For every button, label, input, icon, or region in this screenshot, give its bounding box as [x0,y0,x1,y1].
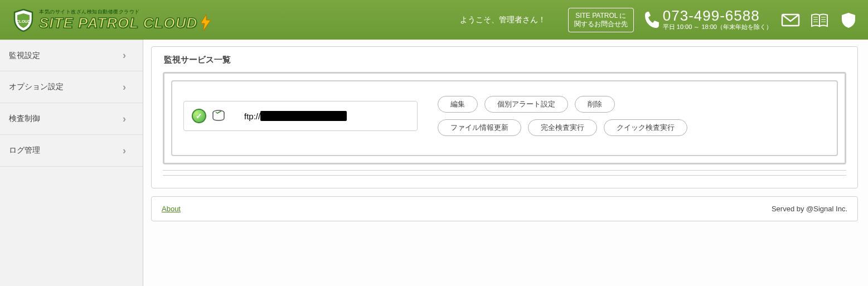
mail-icon[interactable] [781,12,800,28]
delete-button[interactable]: 削除 [575,96,615,113]
shield-icon: CLOUD [11,8,36,32]
bolt-icon [200,14,212,31]
chevron-right-icon: › [123,50,126,61]
phone-icon [643,10,660,30]
service-group: ✓ ftp:// 編集 個別アラート設定 [163,72,846,164]
service-address: ftp:// [244,111,347,121]
chevron-right-icon: › [123,113,126,125]
services-panel: 監視サービス一覧 ✓ ftp:// [151,46,858,188]
served-by: Served by @Signal Inc. [772,205,847,213]
header: CLOUD 本気のサイト改ざん検知自動修復クラウド SITE PATROL CL… [0,0,868,40]
quick-scan-button[interactable]: クイック検査実行 [604,119,687,136]
sidebar-item-label: 検査制御 [9,114,40,124]
alert-settings-button[interactable]: 個別アラート設定 [484,96,568,113]
phone-number: 073-499-6588 [663,8,760,23]
welcome-text: ようこそ、管理者さん！ [460,15,546,25]
database-icon [212,110,225,122]
book-icon[interactable] [810,12,829,28]
footer-panel: About Served by @Signal Inc. [151,196,858,221]
full-scan-button[interactable]: 完全検査実行 [528,119,597,136]
sidebar-item-label: オプション設定 [9,82,64,92]
sidebar-item-inspection[interactable]: 検査制御 › [0,103,143,135]
sidebar-item-label: ログ管理 [9,146,40,156]
sidebar-item-monitoring[interactable]: 監視設定 › [0,40,143,71]
edit-button[interactable]: 編集 [438,96,478,113]
panel-title: 監視サービス一覧 [164,55,850,65]
divider [163,170,846,171]
sidebar-item-options[interactable]: オプション設定 › [0,71,143,103]
logo: CLOUD 本気のサイト改ざん検知自動修復クラウド SITE PATROL CL… [11,8,212,32]
contact-box: SITE PATROL に 関するお問合せ先 [568,8,634,32]
action-buttons: 編集 個別アラート設定 削除 ファイル情報更新 完全検査実行 クイック検査実行 [438,96,687,136]
update-file-info-button[interactable]: ファイル情報更新 [438,119,521,136]
sidebar-item-label: 監視設定 [9,51,40,61]
main: 監視サービス一覧 ✓ ftp:// [143,40,868,286]
phone-block: 073-499-6588 平日 10:00 ～ 18:00（年末年始を除く） [643,8,772,31]
sidebar: 監視設定 › オプション設定 › 検査制御 › ログ管理 › [0,40,143,286]
phone-hours: 平日 10:00 ～ 18:00（年末年始を除く） [663,23,772,31]
status-ok-icon: ✓ [192,109,206,123]
sidebar-item-logs[interactable]: ログ管理 › [0,135,143,167]
svg-text:CLOUD: CLOUD [17,20,31,23]
about-link[interactable]: About [162,205,181,213]
logo-product-name: SITE PATROL CLOUD [39,14,212,32]
shield-header-icon[interactable] [839,12,858,28]
chevron-right-icon: › [123,145,126,157]
masked-host [260,111,347,121]
service-box: ✓ ftp:// [183,101,418,131]
chevron-right-icon: › [123,81,126,93]
service-row: ✓ ftp:// 編集 個別アラート設定 [171,80,838,156]
divider [163,175,846,176]
